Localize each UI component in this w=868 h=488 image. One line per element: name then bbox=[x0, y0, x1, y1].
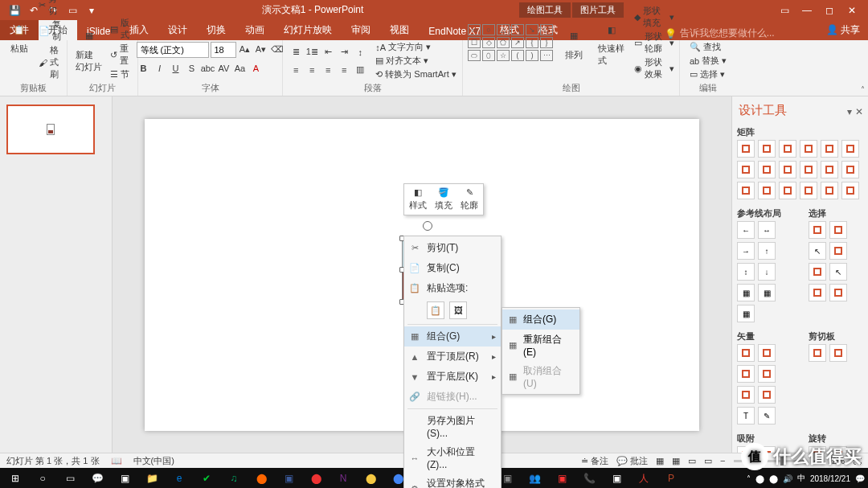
shadow-button[interactable]: S bbox=[185, 61, 199, 76]
normal-view-icon[interactable]: ▦ bbox=[656, 456, 664, 466]
select-btn[interactable] bbox=[809, 263, 826, 281]
matrix-btn[interactable] bbox=[737, 140, 755, 158]
guide-btn[interactable]: ↕ bbox=[737, 263, 755, 281]
vector-btn[interactable] bbox=[737, 344, 755, 362]
comments-button[interactable]: 💬 批注 bbox=[616, 455, 648, 467]
rotation-handle[interactable] bbox=[423, 221, 432, 231]
font-name-select[interactable] bbox=[137, 42, 209, 58]
tab-review[interactable]: 审阅 bbox=[342, 20, 380, 40]
tab-view[interactable]: 视图 bbox=[380, 20, 419, 40]
menu-bring-front[interactable]: ▲置于顶层(R) bbox=[404, 347, 501, 367]
menu-send-back[interactable]: ▼置于底层(K) bbox=[404, 367, 501, 387]
text-direction-button[interactable]: ↕A 文字方向 ▾ bbox=[375, 41, 456, 53]
shape-fill-button[interactable]: ◆ 形状填充 ▾ bbox=[634, 5, 674, 29]
char-spacing-button[interactable]: AV bbox=[217, 61, 231, 76]
matrix-btn[interactable] bbox=[841, 182, 859, 199]
matrix-btn[interactable] bbox=[737, 161, 755, 178]
taskbar-app[interactable]: N bbox=[331, 470, 355, 487]
matrix-btn[interactable] bbox=[758, 161, 776, 178]
tab-design[interactable]: 设计 bbox=[158, 20, 197, 40]
clipboard-btn[interactable] bbox=[829, 344, 847, 362]
matrix-btn[interactable] bbox=[737, 182, 755, 199]
vector-btn[interactable] bbox=[758, 344, 776, 362]
taskbar-app[interactable]: 👥 bbox=[522, 470, 547, 487]
vector-btn[interactable]: ✎ bbox=[758, 407, 776, 424]
select-btn[interactable]: ↖ bbox=[829, 263, 847, 281]
mini-style-button[interactable]: ◧样式 bbox=[409, 187, 427, 211]
change-case-button[interactable]: Aa bbox=[233, 61, 248, 76]
smartart-button[interactable]: ⟲ 转换为 SmartArt ▾ bbox=[375, 68, 456, 80]
taskbar-app[interactable]: ▣ bbox=[604, 470, 628, 487]
maximize-icon[interactable]: ◻ bbox=[823, 4, 836, 17]
taskbar-app[interactable]: ⬤ bbox=[358, 470, 383, 487]
select-btn[interactable] bbox=[829, 242, 847, 260]
matrix-btn[interactable] bbox=[800, 140, 817, 158]
tray-clock[interactable]: 2018/12/21 bbox=[810, 474, 850, 483]
tray-network-icon[interactable]: 🔊 bbox=[783, 474, 792, 483]
matrix-btn[interactable] bbox=[841, 140, 859, 158]
slide-canvas[interactable]: ◧样式 🪣填充 ✎轮廓 ✂剪切(T) 📄复制(C) 📋粘贴选项: 📋 🖼 ▦组合… bbox=[113, 96, 731, 453]
paste-option-1[interactable]: 📋 bbox=[427, 301, 444, 319]
guide-btn[interactable]: ↓ bbox=[758, 263, 776, 281]
notes-button[interactable]: ≐ 备注 bbox=[581, 455, 608, 467]
italic-button[interactable]: I bbox=[153, 61, 167, 76]
underline-button[interactable]: U bbox=[169, 61, 183, 76]
select-btn[interactable] bbox=[809, 284, 826, 301]
mini-outline-button[interactable]: ✎轮廓 bbox=[461, 187, 478, 211]
guide-btn[interactable]: ▦ bbox=[758, 284, 776, 301]
matrix-btn[interactable] bbox=[779, 182, 796, 199]
tab-slideshow[interactable]: 幻灯片放映 bbox=[274, 20, 342, 40]
font-color-button[interactable]: A bbox=[249, 61, 264, 76]
increase-font-icon[interactable]: A▴ bbox=[238, 42, 252, 56]
tab-animation[interactable]: 动画 bbox=[235, 20, 274, 40]
tray-icon[interactable]: ⬤ bbox=[755, 474, 764, 483]
reading-view-icon[interactable]: ▭ bbox=[688, 456, 696, 466]
taskbar-app[interactable]: ⬤ bbox=[249, 470, 273, 487]
panel-close-icon[interactable]: ✕ bbox=[855, 106, 863, 117]
matrix-btn[interactable] bbox=[800, 161, 817, 178]
matrix-btn[interactable] bbox=[779, 140, 796, 158]
vector-btn[interactable] bbox=[758, 386, 776, 404]
paste-option-2[interactable]: 🖼 bbox=[449, 301, 467, 319]
panel-pin-icon[interactable]: ▾ bbox=[847, 106, 852, 117]
guide-btn[interactable]: ▦ bbox=[737, 305, 755, 322]
vector-btn[interactable] bbox=[758, 365, 776, 383]
vector-btn[interactable] bbox=[737, 386, 755, 404]
bullets-button[interactable]: ≣ bbox=[289, 45, 303, 59]
ribbon-options-icon[interactable]: ▭ bbox=[778, 4, 791, 17]
taskbar-app[interactable]: e bbox=[167, 470, 191, 487]
slideshow-view-icon[interactable]: ▭ bbox=[704, 456, 712, 466]
strike-button[interactable]: abc bbox=[201, 61, 215, 76]
taskbar-app[interactable]: 📁 bbox=[140, 470, 164, 487]
taskbar-app[interactable]: 人 bbox=[632, 470, 656, 487]
matrix-btn[interactable] bbox=[800, 182, 817, 199]
select-btn[interactable]: ↖ bbox=[809, 242, 826, 260]
collapse-ribbon-icon[interactable]: ˄ bbox=[861, 85, 865, 94]
menu-group[interactable]: ▦组合(G) bbox=[404, 326, 501, 347]
line-spacing-button[interactable]: ↕ bbox=[353, 45, 367, 59]
matrix-btn[interactable] bbox=[758, 140, 776, 158]
submenu-group[interactable]: ▦组合(G) bbox=[502, 310, 579, 330]
copy-button[interactable]: 📄 复制 bbox=[39, 18, 62, 43]
layout-button[interactable]: ▤ 版式 bbox=[110, 17, 133, 41]
submenu-regroup[interactable]: ▦重新组合(E) bbox=[502, 330, 579, 361]
share-button[interactable]: 👤 共享 bbox=[818, 20, 868, 40]
tray-icon[interactable]: ⬤ bbox=[769, 474, 778, 483]
new-slide-button[interactable]: ▦新建 幻灯片 bbox=[72, 23, 105, 75]
shapes-gallery[interactable]: ▭○△╲↘⬡ ☐◇⬠↗{} ⬭⬯☆()⋯ bbox=[468, 24, 553, 61]
menu-size-position[interactable]: ↔大小和位置(Z)... bbox=[404, 442, 501, 474]
select-btn[interactable] bbox=[829, 284, 847, 301]
shape-effects-button[interactable]: ◉ 形状效果 ▾ bbox=[634, 56, 674, 80]
tray-ime-icon[interactable]: 中 bbox=[797, 473, 805, 484]
arrange-button[interactable]: ▦排列 bbox=[559, 23, 588, 63]
qat-more-icon[interactable]: ▾ bbox=[85, 4, 98, 17]
clear-format-icon[interactable]: ⌫ bbox=[270, 42, 285, 56]
matrix-btn[interactable] bbox=[841, 161, 859, 178]
mini-fill-button[interactable]: 🪣填充 bbox=[435, 187, 452, 211]
replace-button[interactable]: ab 替换 ▾ bbox=[690, 55, 727, 67]
slide-count[interactable]: 幻灯片 第 1 张，共 1 张 bbox=[6, 455, 100, 467]
guide-btn[interactable]: ↔ bbox=[758, 221, 776, 239]
vector-btn[interactable]: T bbox=[737, 407, 755, 424]
paste-button[interactable]: 📋粘贴 bbox=[5, 17, 34, 56]
guide-btn[interactable]: → bbox=[737, 242, 755, 260]
